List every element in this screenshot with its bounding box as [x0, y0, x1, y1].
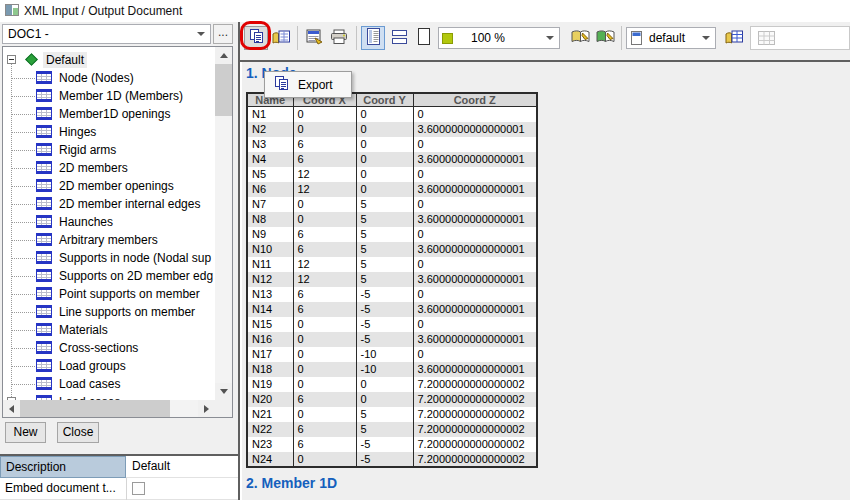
- tree-items: Default Node (Nodes) Member 1D (Members)…: [3, 47, 215, 400]
- tree-item[interactable]: Load cases: [3, 393, 215, 400]
- tree-item[interactable]: Line supports on member: [3, 303, 215, 321]
- property-value[interactable]: Default: [132, 459, 170, 473]
- scroll-up-button[interactable]: [215, 47, 232, 64]
- table-cell: 5: [356, 242, 413, 257]
- document-combobox[interactable]: DOC1 -: [2, 24, 211, 44]
- tree-item[interactable]: Rigid arms: [3, 141, 215, 159]
- tree-item[interactable]: Member1D openings: [3, 105, 215, 123]
- table-cell: 0: [293, 407, 356, 422]
- scroll-left-button[interactable]: [3, 400, 20, 417]
- table-icon: [36, 107, 52, 120]
- table-cell: N8: [247, 212, 293, 227]
- table-cell: 0: [293, 377, 356, 392]
- tree-item[interactable]: Load groups: [3, 357, 215, 375]
- tree-connector: [11, 186, 35, 187]
- tree-item-label: Member1D openings: [59, 106, 170, 122]
- table-cell: N3: [247, 137, 293, 152]
- tree-item[interactable]: Materials: [3, 321, 215, 339]
- window-icon: [5, 4, 19, 19]
- save-template-button[interactable]: [593, 26, 617, 50]
- table-cell: N10: [247, 242, 293, 257]
- new-button[interactable]: New: [5, 422, 46, 443]
- table-cell: 0: [413, 227, 537, 242]
- document-combobox-value: DOC1 -: [8, 27, 49, 41]
- tree-item[interactable]: 2D members: [3, 159, 215, 177]
- tree-vertical-scrollbar[interactable]: [215, 47, 232, 400]
- print-button[interactable]: [327, 26, 351, 50]
- open-in-document-button[interactable]: [269, 26, 293, 50]
- open-template-button[interactable]: [568, 26, 592, 50]
- tree-item[interactable]: Member 1D (Members): [3, 87, 215, 105]
- table-cell: N22: [247, 422, 293, 437]
- tree-connector: [11, 204, 35, 205]
- table-cell: 0: [356, 182, 413, 197]
- tree-item-default[interactable]: Default: [3, 51, 215, 69]
- table-cell: 0: [413, 317, 537, 332]
- tree-connector: [11, 150, 35, 151]
- document-preview-button[interactable]: [302, 26, 326, 50]
- property-row-embed[interactable]: Embed document t...: [0, 478, 238, 500]
- vertical-scroll-thumb[interactable]: [215, 64, 232, 116]
- tree-item[interactable]: Hinges: [3, 123, 215, 141]
- table-composer-button[interactable]: [722, 26, 746, 50]
- table-cell: 0: [293, 332, 356, 347]
- property-row-description[interactable]: Description Default: [0, 456, 238, 478]
- table-cell: 6: [293, 152, 356, 167]
- left-panel: DOC1 - ... Default Node (Nodes) Member 1…: [0, 22, 238, 500]
- table-cell: 0: [293, 317, 356, 332]
- tree-item[interactable]: 2D member internal edges: [3, 195, 215, 213]
- export-button[interactable]: [244, 26, 268, 50]
- chevron-down-icon: [702, 36, 710, 40]
- page-layout-view-button[interactable]: [361, 26, 385, 50]
- table-cell: N11: [247, 257, 293, 272]
- horizontal-scroll-thumb[interactable]: [20, 400, 170, 417]
- tree-item[interactable]: Supports in node (Nodal sup: [3, 249, 215, 267]
- property-label: Embed document t...: [0, 478, 126, 500]
- scroll-right-button[interactable]: [198, 400, 215, 417]
- split-view-button[interactable]: [387, 26, 411, 50]
- table-row: N160-53.6000000000000001: [247, 332, 537, 347]
- table-cell: 6: [293, 302, 356, 317]
- table-cell: N16: [247, 332, 293, 347]
- table-cell: 6: [293, 242, 356, 257]
- tree-connector: [11, 78, 35, 79]
- tooltip-label: Export: [298, 78, 333, 92]
- tree-item-label: Arbitrary members: [59, 232, 158, 248]
- tree-item-label: Rigid arms: [59, 142, 116, 158]
- style-combobox[interactable]: default: [626, 27, 716, 49]
- table-cell: -10: [356, 347, 413, 362]
- page-layout-icon: [366, 28, 381, 48]
- embed-document-checkbox[interactable]: [132, 482, 145, 495]
- blank-page-view-button[interactable]: [412, 26, 436, 50]
- tree-item[interactable]: 2D member openings: [3, 177, 215, 195]
- tree-item[interactable]: Load cases: [3, 375, 215, 393]
- tree-item[interactable]: Node (Nodes): [3, 69, 215, 87]
- grid-icon: [758, 31, 775, 45]
- table-cell: 12: [293, 182, 356, 197]
- table-cell: 7.2000000000000002: [413, 452, 537, 467]
- tree-item-label: Line supports on member: [59, 304, 195, 320]
- scroll-down-button[interactable]: [215, 383, 232, 400]
- tree-connector: [11, 168, 35, 169]
- table-cell: N15: [247, 317, 293, 332]
- table-cell: 3.6000000000000001: [413, 242, 537, 257]
- table-cell: 0: [356, 122, 413, 137]
- collapse-expander-icon[interactable]: [7, 55, 16, 64]
- tree-item[interactable]: Point supports on member: [3, 285, 215, 303]
- panel-divider[interactable]: [238, 22, 240, 500]
- zoom-combobox[interactable]: 100 %: [438, 27, 560, 49]
- tree-horizontal-scrollbar[interactable]: [3, 400, 215, 417]
- tree-item[interactable]: Cross-sections: [3, 339, 215, 357]
- table-cell: 0: [293, 107, 356, 122]
- column-divider: [126, 478, 127, 500]
- table-cell: 0: [356, 137, 413, 152]
- close-button[interactable]: Close: [57, 422, 99, 443]
- table-icon: [36, 287, 52, 300]
- tree-item-label: Point supports on member: [59, 286, 200, 302]
- more-button[interactable]: ...: [213, 24, 233, 44]
- tree-item[interactable]: Supports on 2D member edg: [3, 267, 215, 285]
- table-row: N61203.6000000000000001: [247, 182, 537, 197]
- tree-item[interactable]: Arbitrary members: [3, 231, 215, 249]
- table-icon: [36, 89, 52, 102]
- tree-item[interactable]: Haunches: [3, 213, 215, 231]
